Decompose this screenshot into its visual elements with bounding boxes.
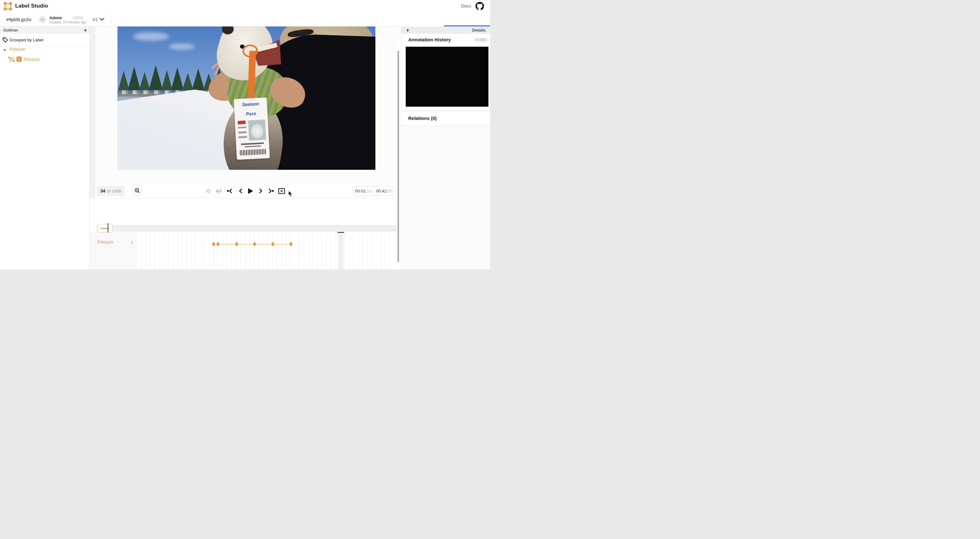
total-time: 00:42:00: [374, 186, 395, 196]
play-button[interactable]: [246, 184, 255, 198]
total-time-main: 00:42:: [376, 189, 388, 194]
badge-title-line1: Season: [234, 101, 267, 107]
current-time: 00:01:10: [353, 186, 374, 196]
main-workspace: Season Pass 34 of 1008: [90, 27, 398, 269]
github-icon[interactable]: [476, 2, 484, 10]
timeline-label-column: [90, 232, 137, 269]
relations-section[interactable]: Relations (0): [401, 111, 490, 126]
divider: [111, 14, 111, 25]
badge-text-line: [238, 131, 247, 134]
previous-keyframe-icon[interactable]: [226, 184, 234, 198]
badge-name-line: [244, 145, 261, 147]
details-header: Details: [401, 27, 490, 34]
annotation-pager: 1/1: [92, 17, 98, 22]
badge-text-line: [239, 136, 247, 138]
add-keyframe-icon[interactable]: [204, 184, 213, 198]
total-frames: of 1008: [107, 189, 121, 194]
label-studio-app: Label Studio Docs #9pb8Lgs2iv AD Admin #…: [0, 0, 490, 269]
task-id[interactable]: #9pb8Lgs2iv: [6, 17, 31, 22]
region-index-badge: 1: [16, 57, 22, 62]
app-header: Label Studio Docs: [0, 0, 490, 13]
badge-barcode: [240, 149, 266, 156]
outliner-header: Outliner: [0, 27, 89, 34]
docs-link[interactable]: Docs: [461, 3, 471, 8]
annotation-history-section: Annotation History #1001: [401, 34, 490, 109]
magnifier-plus-icon: [135, 188, 140, 194]
badge-logo: [237, 121, 245, 125]
region-label: Possum: [24, 57, 40, 62]
main-scrollbar[interactable]: [398, 51, 399, 262]
zoom-to-fit-button[interactable]: [132, 185, 142, 196]
video-controls-bar: 34 of 1008: [95, 184, 398, 198]
tag-icon: [3, 37, 8, 43]
details-panel: Details Annotation History #1001 Relatio…: [401, 27, 490, 269]
annotation-toolbar: #9pb8Lgs2iv AD Admin #1001 created, 23 m…: [0, 13, 490, 27]
tree-collapse-caret[interactable]: [3, 49, 6, 51]
collapse-panel-icon[interactable]: [84, 29, 86, 32]
details-title: Details: [472, 28, 485, 32]
frame-counter[interactable]: 34 of 1008: [97, 186, 125, 196]
toggle-interpolation-icon[interactable]: [215, 184, 223, 198]
timeline-grid[interactable]: [137, 232, 391, 269]
current-frame: 34: [100, 188, 105, 194]
playhead-column[interactable]: [338, 232, 344, 269]
collapse-panel-icon[interactable]: [407, 29, 409, 32]
user-avatar[interactable]: AD: [38, 16, 46, 23]
minimap-playhead[interactable]: [108, 223, 108, 234]
outliner-title: Outliner: [3, 28, 18, 32]
chevron-down-icon[interactable]: [100, 18, 104, 21]
keyframe-connector-line: [213, 244, 291, 245]
relations-title: Relations (0): [408, 116, 437, 121]
video-frame[interactable]: Season Pass: [118, 27, 375, 170]
label-group-possum[interactable]: Possum: [10, 47, 25, 52]
annotation-history-id: #1001: [475, 37, 487, 42]
created-timestamp: created, 23 minutes ago: [49, 20, 86, 24]
user-name: Admin: [49, 16, 62, 20]
next-keyframe-icon[interactable]: [267, 184, 275, 198]
total-time-frames: 00: [388, 189, 393, 194]
history-video-preview[interactable]: [406, 47, 488, 107]
season-pass-badge: Season Pass: [234, 97, 270, 160]
timeline-minimap-track[interactable]: [97, 225, 396, 232]
annotation-id: #1001: [73, 16, 83, 20]
badge-text-line: [238, 127, 246, 129]
previous-frame-icon[interactable]: [237, 184, 245, 198]
app-title: Label Studio: [15, 3, 48, 9]
annotation-history-title: Annotation History: [408, 37, 451, 42]
outliner-panel: Outliner Grouped by Label Possum 1 Possu…: [0, 27, 90, 269]
timeline-row-label[interactable]: Possum: [97, 240, 113, 245]
grouping-selector[interactable]: Grouped by Label: [0, 34, 89, 47]
badge-title-line2: Pass: [235, 110, 267, 117]
time-display: 00:01:10 00:42:00: [353, 186, 395, 196]
region-shape-icon: [9, 57, 14, 62]
next-frame-icon[interactable]: [257, 184, 265, 198]
cloud: [169, 43, 195, 49]
divider: [35, 14, 35, 25]
current-time-main: 00:01:: [355, 189, 367, 194]
badge-name-line: [241, 142, 264, 145]
badge-photo: [248, 119, 266, 141]
timeline-row-count: 1: [131, 240, 133, 245]
label-studio-logo-icon[interactable]: [4, 2, 12, 10]
current-time-frames: 10: [367, 189, 372, 194]
video-player-card: Season Pass 34 of 1008: [95, 27, 398, 198]
timeline-region: Possum 1 Car 1 Airplane 2 Possum 3: [90, 198, 398, 269]
region-item-possum[interactable]: 1 Possum: [0, 56, 89, 65]
collapse-timeline-icon[interactable]: [277, 184, 286, 198]
grouping-label: Grouped by Label: [10, 38, 43, 42]
